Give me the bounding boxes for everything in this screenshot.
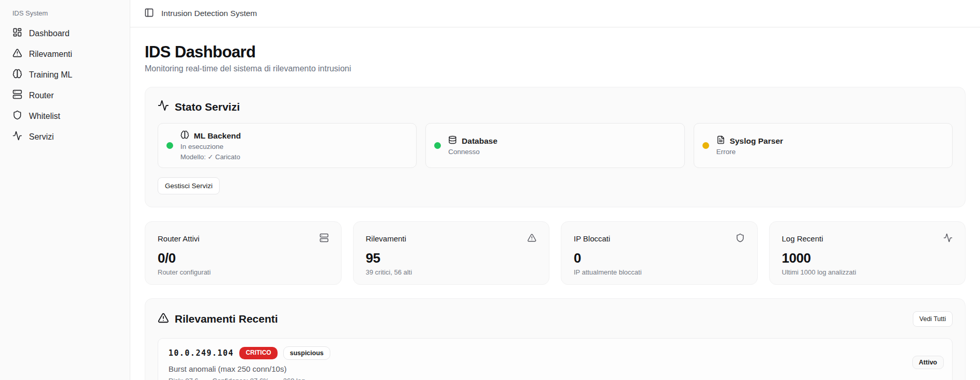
stat-card-rilevamenti: Rilevamenti 95 39 critici, 56 alti xyxy=(353,221,550,285)
stat-value: 0/0 xyxy=(158,250,329,266)
page-subtitle: Monitoring real-time del sistema di rile… xyxy=(145,64,966,73)
file-text-icon xyxy=(716,135,725,146)
activity-icon xyxy=(943,233,953,244)
server-icon xyxy=(319,233,329,244)
app-root: IDS System Dashboard Rilevamenti Trainin… xyxy=(0,0,980,380)
stat-value: 0 xyxy=(574,250,745,266)
sidebar-item-label: Training ML xyxy=(29,70,72,80)
service-card-ml-backend: ML Backend In esecuzione Modello: ✓ Cari… xyxy=(158,123,417,168)
detection-description: Burst anomali (max 250 conn/10s) xyxy=(169,364,942,373)
stat-subtitle: Router configurati xyxy=(158,268,329,276)
stat-value: 1000 xyxy=(782,250,953,266)
stat-card-log-recenti: Log Recenti 1000 Ultimi 1000 log analizz… xyxy=(769,221,966,285)
brain-icon xyxy=(12,69,22,81)
sidebar-item-label: Servizi xyxy=(29,132,54,142)
status-dot xyxy=(434,142,441,149)
server-icon xyxy=(12,89,22,101)
stats-grid: Router Attivi 0/0 Router configurati Ril… xyxy=(145,221,966,285)
status-dot xyxy=(166,142,173,149)
page-title: IDS Dashboard xyxy=(145,43,966,62)
shield-icon xyxy=(736,233,745,244)
tag-badge: suspicious xyxy=(283,346,330,360)
main-area: Intrusion Detection System IDS Dashboard… xyxy=(130,0,980,380)
service-card-database: Database Connesso xyxy=(425,123,684,168)
stat-card-router-attivi: Router Attivi 0/0 Router configurati xyxy=(145,221,342,285)
detection-row[interactable]: 10.0.249.104 CRITICO suspicious Burst an… xyxy=(158,338,953,380)
activity-icon xyxy=(12,131,22,143)
stat-label: Rilevamenti xyxy=(366,234,406,243)
stat-subtitle: 39 critici, 56 alti xyxy=(366,268,537,276)
status-dot xyxy=(702,142,709,149)
services-grid: ML Backend In esecuzione Modello: ✓ Cari… xyxy=(158,123,953,168)
service-name: ML Backend xyxy=(194,131,241,141)
detection-log-count: 368 log xyxy=(283,377,305,380)
panel-left-icon[interactable] xyxy=(144,8,154,20)
sidebar: IDS System Dashboard Rilevamenti Trainin… xyxy=(0,0,130,380)
state-badge: Attivo xyxy=(912,356,944,369)
stat-subtitle: Ultimi 1000 log analizzati xyxy=(782,268,953,276)
sidebar-item-dashboard[interactable]: Dashboard xyxy=(7,23,122,43)
page-content: IDS Dashboard Monitoring real-time del s… xyxy=(130,27,980,380)
stat-subtitle: IP attualmente bloccati xyxy=(574,268,745,276)
activity-icon xyxy=(158,100,169,114)
topbar: Intrusion Detection System xyxy=(130,0,980,27)
section-title: Stato Servizi xyxy=(175,101,240,113)
database-icon xyxy=(448,135,457,146)
service-status: Connesso xyxy=(448,148,497,156)
sidebar-item-label: Rilevamenti xyxy=(29,50,72,59)
sidebar-item-rilevamenti[interactable]: Rilevamenti xyxy=(7,44,122,64)
sidebar-item-label: Whitelist xyxy=(29,112,60,121)
service-detail: Modello: ✓ Caricato xyxy=(180,153,241,161)
sidebar-item-whitelist[interactable]: Whitelist xyxy=(7,106,122,126)
detection-risk: Risk: 87.6 xyxy=(169,377,198,380)
alert-triangle-icon xyxy=(527,233,537,244)
service-name: Syslog Parser xyxy=(730,136,783,146)
recent-detections-header: Rilevamenti Recenti Vedi Tutti xyxy=(158,311,953,327)
sidebar-item-label: Router xyxy=(29,91,54,100)
shield-icon xyxy=(12,110,22,122)
sidebar-item-label: Dashboard xyxy=(29,29,69,38)
detection-ip: 10.0.249.104 xyxy=(169,348,234,358)
services-status-title-row: Stato Servizi xyxy=(158,100,953,114)
sidebar-item-router[interactable]: Router xyxy=(7,85,122,105)
service-name: Database xyxy=(462,136,497,146)
service-card-syslog-parser: Syslog Parser Errore xyxy=(694,123,953,168)
sidebar-app-label: IDS System xyxy=(7,5,122,23)
severity-badge: CRITICO xyxy=(239,347,277,359)
section-title: Rilevamenti Recenti xyxy=(175,313,278,325)
services-status-card: Stato Servizi ML Backend In esecuzione M… xyxy=(145,87,966,207)
detection-confidence: Confidence: 87.6% xyxy=(212,377,269,380)
service-status: Errore xyxy=(716,148,783,156)
stat-card-ip-bloccati: IP Bloccati 0 IP attualmente bloccati xyxy=(561,221,758,285)
stat-label: Log Recenti xyxy=(782,234,823,243)
dashboard-icon xyxy=(12,27,22,39)
recent-detections-card: Rilevamenti Recenti Vedi Tutti 10.0.249.… xyxy=(145,298,966,380)
topbar-title: Intrusion Detection System xyxy=(161,9,257,18)
view-all-button[interactable]: Vedi Tutti xyxy=(913,311,953,327)
manage-services-button[interactable]: Gestisci Servizi xyxy=(158,177,220,194)
brain-icon xyxy=(180,130,189,141)
sidebar-item-training-ml[interactable]: Training ML xyxy=(7,65,122,85)
stat-label: Router Attivi xyxy=(158,234,200,243)
stat-label: IP Bloccati xyxy=(574,234,610,243)
alert-triangle-icon xyxy=(158,312,169,326)
service-status: In esecuzione xyxy=(180,143,241,150)
sidebar-item-servizi[interactable]: Servizi xyxy=(7,127,122,147)
stat-value: 95 xyxy=(366,250,537,266)
alert-triangle-icon xyxy=(12,48,22,60)
